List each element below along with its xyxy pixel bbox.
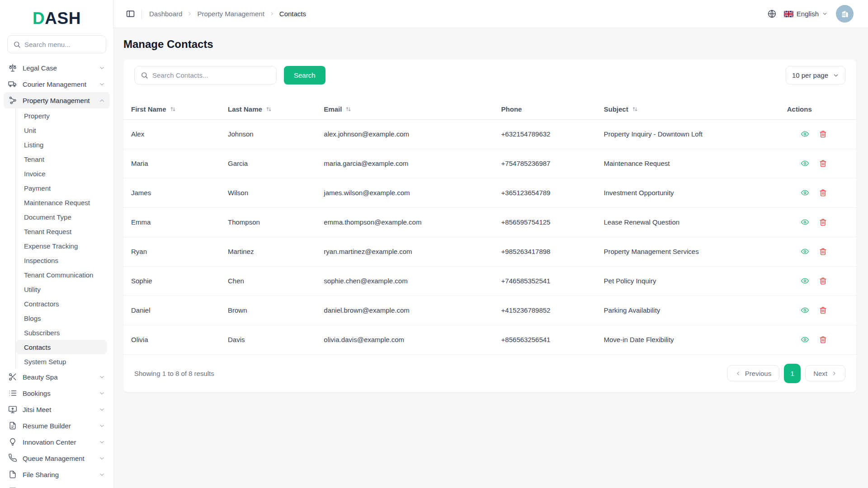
- sidebar-item-legal-case[interactable]: Legal Case: [4, 60, 110, 76]
- sidebar-subitem-blogs[interactable]: Blogs: [16, 311, 107, 325]
- sort-icon[interactable]: [170, 106, 176, 113]
- sidebar-item-label: Bookings: [23, 389, 51, 397]
- breadcrumb-item-dashboard[interactable]: Dashboard: [149, 10, 182, 18]
- sidebar-item-courier-management[interactable]: Courier Management: [4, 76, 110, 92]
- breadcrumb-item-property-management[interactable]: Property Management: [197, 10, 264, 18]
- cell-first: Alex: [123, 119, 220, 149]
- current-page-button[interactable]: 1: [784, 364, 801, 383]
- sidebar-subitem-utility[interactable]: Utility: [16, 282, 107, 296]
- sidebar-subitem-contacts[interactable]: Contacts: [16, 340, 107, 354]
- table-header: First NameLast NameEmailPhoneSubjectActi…: [123, 99, 856, 119]
- delete-button[interactable]: [818, 188, 828, 198]
- sidebar-item-innovation-center[interactable]: Innovation Center: [4, 434, 110, 450]
- sidebar-item-media-library[interactable]: Media Library: [4, 483, 110, 488]
- sidebar-subitem-maintenance-request[interactable]: Maintenance Request: [16, 195, 107, 210]
- sidebar-item-file-sharing[interactable]: File Sharing: [4, 466, 110, 483]
- table-row: JamesWilsonjames.wilson@example.com+3651…: [123, 178, 856, 207]
- chevron-down-icon: [99, 471, 105, 478]
- view-button[interactable]: [800, 305, 810, 315]
- sidebar-item-beauty-spa[interactable]: Beauty Spa: [4, 369, 110, 385]
- sort-icon[interactable]: [265, 106, 272, 113]
- sidebar-subitem-invoice[interactable]: Invoice: [16, 166, 107, 181]
- sidebar-subitem-tenant-communication[interactable]: Tenant Communication: [16, 267, 107, 282]
- view-button[interactable]: [800, 276, 810, 286]
- column-header-subject: Subject: [596, 99, 779, 119]
- cell-subject: Property Management Services: [596, 237, 779, 266]
- sidebar-subitem-expense-tracking[interactable]: Expense Tracking: [16, 239, 107, 253]
- view-button[interactable]: [800, 188, 810, 198]
- phone-icon: [8, 454, 17, 463]
- sidebar-subitem-tenant-request[interactable]: Tenant Request: [16, 224, 107, 239]
- globe-button[interactable]: [765, 7, 778, 20]
- sidebar-subitem-listing[interactable]: Listing: [16, 137, 107, 152]
- sidebar-subitem-unit[interactable]: Unit: [16, 123, 107, 137]
- delete-button[interactable]: [818, 276, 828, 286]
- sidebar-search-input[interactable]: [24, 41, 100, 48]
- cell-email: emma.thompson@example.com: [316, 207, 493, 237]
- chevron-down-icon: [99, 406, 105, 413]
- sidebar-subitem-tenant[interactable]: Tenant: [16, 152, 107, 166]
- previous-page-button[interactable]: Previous: [727, 365, 779, 381]
- cell-last: Wilson: [220, 178, 316, 207]
- cell-subject: Pet Policy Inquiry: [596, 266, 779, 296]
- delete-button[interactable]: [818, 334, 828, 345]
- lightbulb-icon: [8, 437, 17, 446]
- sidebar-item-bookings[interactable]: Bookings: [4, 385, 110, 401]
- contacts-search-input[interactable]: [152, 71, 270, 79]
- view-button[interactable]: [800, 246, 810, 257]
- cell-actions: [779, 325, 856, 354]
- chevron-down-icon: [99, 390, 105, 397]
- user-avatar[interactable]: [836, 5, 854, 23]
- sidebar-item-resume-builder[interactable]: Resume Builder: [4, 418, 110, 434]
- cell-phone: +985263417898: [494, 237, 596, 266]
- view-button[interactable]: [800, 129, 810, 139]
- sidebar-item-label: Courier Management: [23, 80, 86, 88]
- sidebar-subitem-document-type[interactable]: Document Type: [16, 210, 107, 224]
- sidebar-subitem-payment[interactable]: Payment: [16, 181, 107, 195]
- delete-button[interactable]: [818, 129, 828, 139]
- view-button[interactable]: [800, 158, 810, 169]
- cell-email: james.wilson@example.com: [316, 178, 493, 207]
- cell-subject: Property Inquiry - Downtown Loft: [596, 119, 779, 149]
- cell-first: Daniel: [123, 296, 220, 325]
- cell-phone: +746585352541: [494, 266, 596, 296]
- sidebar-subitem-contractors[interactable]: Contractors: [16, 296, 107, 311]
- sidebar-subitem-system-setup[interactable]: System Setup: [16, 354, 107, 369]
- per-page-select[interactable]: 10 per page: [786, 66, 845, 84]
- delete-button[interactable]: [818, 246, 828, 257]
- table-toolbar: Search 10 per page: [123, 60, 856, 84]
- sidebar-item-queue-management[interactable]: Queue Management: [4, 450, 110, 466]
- app-logo[interactable]: DASH: [4, 0, 110, 33]
- sidebar-subitem-property[interactable]: Property: [16, 108, 107, 123]
- sort-icon[interactable]: [345, 106, 352, 113]
- cell-first: Sophie: [123, 266, 220, 296]
- contacts-search: [134, 66, 277, 84]
- column-header-phone: Phone: [494, 99, 596, 119]
- table-row: SophieChensophie.chen@example.com+746585…: [123, 266, 856, 296]
- sidebar-toggle-button[interactable]: [124, 7, 137, 20]
- sidebar-item-property-management[interactable]: Property Management: [4, 92, 110, 108]
- sidebar-item-label: Beauty Spa: [23, 373, 58, 381]
- view-button[interactable]: [800, 217, 810, 227]
- sort-icon[interactable]: [632, 106, 638, 113]
- column-header-first-name: First Name: [123, 99, 220, 119]
- sidebar-item-label: Queue Management: [23, 455, 85, 462]
- cell-last: Chen: [220, 266, 316, 296]
- next-page-button[interactable]: Next: [805, 365, 845, 381]
- search-icon: [141, 71, 148, 79]
- view-button[interactable]: [800, 334, 810, 345]
- contacts-table: First NameLast NameEmailPhoneSubjectActi…: [123, 99, 856, 355]
- language-selector[interactable]: English: [784, 10, 828, 18]
- per-page-value: 10 per page: [792, 71, 828, 79]
- delete-button[interactable]: [818, 217, 828, 227]
- logo-text: ASH: [45, 9, 81, 28]
- sidebar-item-jitsi-meet[interactable]: Jitsi Meet: [4, 401, 110, 418]
- cell-last: Garcia: [220, 149, 316, 178]
- sidebar-subitem-inspections[interactable]: Inspections: [16, 253, 107, 267]
- sidebar-subitem-subscribers[interactable]: Subscribers: [16, 325, 107, 340]
- search-button[interactable]: Search: [284, 66, 326, 84]
- table-footer: Showing 1 to 8 of 8 results Previous 1 N…: [123, 355, 856, 392]
- delete-button[interactable]: [818, 305, 828, 315]
- table-row: AlexJohnsonalex.johnson@example.com+6321…: [123, 119, 856, 149]
- delete-button[interactable]: [818, 158, 828, 169]
